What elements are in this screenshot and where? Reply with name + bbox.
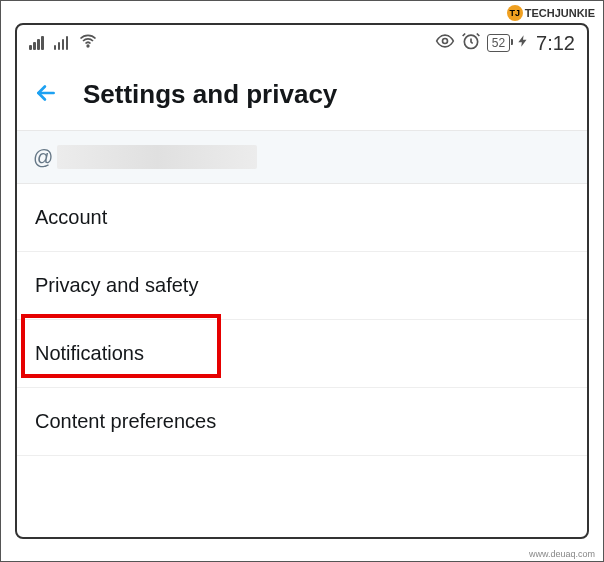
menu-item-content-preferences[interactable]: Content preferences bbox=[17, 388, 587, 456]
status-bar: 52 7:12 bbox=[17, 25, 587, 61]
eye-icon bbox=[435, 31, 455, 56]
outer-frame: TJ TECHJUNKIE bbox=[0, 0, 604, 562]
signal-icon bbox=[54, 36, 69, 50]
svg-point-1 bbox=[442, 38, 447, 43]
menu-item-notifications[interactable]: Notifications bbox=[17, 320, 587, 388]
techjunkie-badge-icon: TJ bbox=[507, 5, 523, 21]
back-arrow-icon[interactable] bbox=[33, 80, 59, 110]
status-time: 7:12 bbox=[536, 32, 575, 55]
menu-item-label: Content preferences bbox=[35, 410, 216, 432]
watermark-bottom: www.deuaq.com bbox=[529, 549, 595, 559]
menu-item-privacy-safety[interactable]: Privacy and safety bbox=[17, 252, 587, 320]
lightning-icon bbox=[516, 32, 530, 55]
user-row[interactable]: @ bbox=[17, 130, 587, 184]
watermark-top: TJ TECHJUNKIE bbox=[507, 5, 595, 21]
page-title: Settings and privacy bbox=[83, 79, 337, 110]
wifi-icon bbox=[78, 31, 98, 56]
menu-item-label: Privacy and safety bbox=[35, 274, 198, 296]
menu-item-label: Notifications bbox=[35, 342, 144, 364]
signal-icon bbox=[29, 36, 44, 50]
menu-item-account[interactable]: Account bbox=[17, 184, 587, 252]
menu-item-label: Account bbox=[35, 206, 107, 228]
menu-list: Account Privacy and safety Notifications… bbox=[17, 184, 587, 456]
battery-percent: 52 bbox=[492, 36, 505, 50]
alarm-icon bbox=[461, 31, 481, 56]
header: Settings and privacy bbox=[17, 61, 587, 130]
status-right: 52 7:12 bbox=[435, 31, 575, 56]
phone-frame: 52 7:12 Settings and privacy @ bbox=[15, 23, 589, 539]
status-left bbox=[29, 31, 98, 56]
at-sign: @ bbox=[33, 146, 53, 169]
watermark-top-text: TECHJUNKIE bbox=[525, 7, 595, 19]
svg-point-0 bbox=[87, 45, 89, 47]
username-redacted bbox=[57, 145, 257, 169]
battery-icon: 52 bbox=[487, 34, 510, 52]
